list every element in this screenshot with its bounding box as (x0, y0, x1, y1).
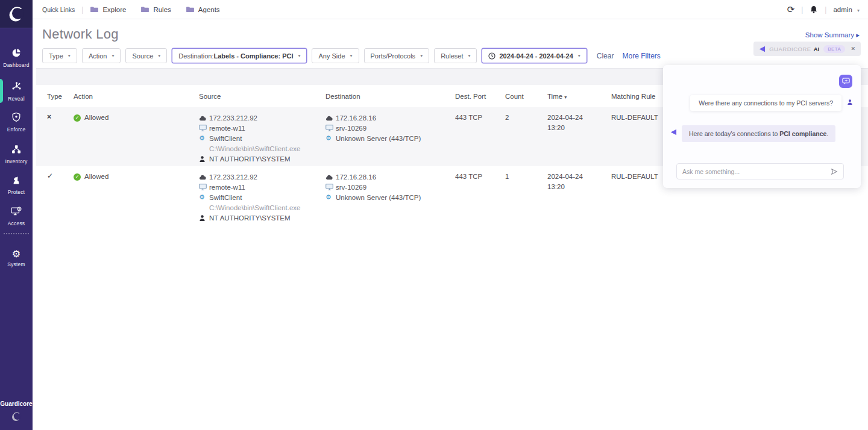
quick-links-button[interactable]: Quick Links (42, 6, 75, 13)
ai-message-bubble: Here are today's connections to PCI comp… (682, 125, 835, 142)
ai-chat-panel: Were there any connections to my PCI ser… (663, 65, 861, 188)
filter-type[interactable]: Type ▾ (42, 48, 77, 63)
enforce-shield-icon (11, 112, 21, 122)
process-icon: ⚙ (326, 135, 336, 142)
user-message-row: Were there any connections to my PCI ser… (681, 95, 853, 111)
time-cell: 2024-04-24 13:20 (547, 172, 611, 226)
action-label: Allowed (84, 113, 108, 123)
protect-knight-icon (11, 175, 21, 185)
process-icon: ⚙ (326, 194, 336, 201)
time-cell: 2024-04-24 13:20 (547, 113, 611, 166)
destination-cell: 172.16.28.16 srv-10269 ⚙Unknown Server (… (326, 172, 455, 226)
host-icon (199, 184, 209, 190)
inventory-icon (11, 145, 21, 155)
filter-date-range[interactable]: 2024-04-24 - 2024-04-24 ▾ (482, 48, 587, 63)
host-icon (326, 125, 336, 131)
col-header-action[interactable]: Action (74, 93, 199, 100)
action-cell: ✓ Allowed (74, 113, 199, 123)
nav-item-rules[interactable]: Rules (140, 6, 171, 13)
filter-source[interactable]: Source ▾ (125, 48, 167, 63)
count-cell: 2 (505, 113, 547, 166)
filter-any-side[interactable]: Any Side ▾ (312, 48, 359, 63)
ai-logo-icon (759, 46, 766, 52)
guardicore-ai-pill: GUARDICORE AI BETA ✕ (753, 42, 861, 56)
process-path: C:\Winode\bin\SwiftClient.exe (209, 145, 300, 152)
sidebar-item-enforce[interactable]: Enforce (0, 112, 33, 132)
folder-icon (186, 6, 195, 13)
guardicore-logo[interactable] (0, 0, 33, 28)
host-icon (326, 184, 336, 190)
sidebar: Dashboard Reveal Enforce (0, 0, 33, 430)
divider: | (801, 5, 803, 14)
action-label: Allowed (84, 172, 108, 182)
nav-item-agents[interactable]: Agents (186, 6, 220, 13)
bell-icon[interactable] (810, 5, 818, 14)
nav-item-explore[interactable]: Explore (90, 6, 126, 13)
chevron-down-icon: ▾ (578, 53, 580, 58)
sidebar-item-protect[interactable]: Protect (0, 175, 33, 195)
access-monitor-icon (11, 207, 22, 217)
refresh-icon[interactable]: ⟳ (787, 5, 795, 14)
divider: | (825, 5, 826, 14)
guardicore-bottom-logo-icon (0, 411, 33, 425)
allowed-status-icon: ✓ (74, 114, 81, 122)
connection-type-icon: ✓ (47, 172, 74, 226)
beta-badge: BETA (823, 45, 845, 53)
chevron-down-icon: ▾ (468, 53, 470, 58)
sidebar-item-inventory[interactable]: Inventory (0, 145, 33, 164)
col-header-source[interactable]: Source (199, 93, 326, 100)
chevron-down-icon: ▾ (420, 53, 423, 58)
user-avatar-icon (847, 99, 853, 105)
send-icon[interactable] (831, 168, 838, 175)
col-header-time[interactable]: Time▾ (547, 93, 611, 100)
filter-action[interactable]: Action ▾ (82, 48, 121, 63)
user-message-bubble: Were there any connections to my PCI ser… (690, 95, 841, 111)
user-menu[interactable]: admin ▾ (833, 6, 860, 13)
sidebar-label: Protect (0, 189, 33, 195)
filter-destination[interactable]: Destination: Labels - Compliance: PCI ▾ (172, 48, 307, 63)
col-header-type[interactable]: Type (47, 93, 74, 100)
sidebar-item-access[interactable]: Access (0, 207, 33, 226)
sidebar-item-system[interactable]: ⚙ System (0, 249, 33, 267)
chevron-down-icon: ▾ (350, 53, 353, 58)
sidebar-label: Access (0, 220, 33, 226)
ai-logo-icon (670, 129, 677, 136)
chevron-down-icon: ▾ (158, 53, 160, 58)
clock-icon (488, 52, 495, 60)
cloud-icon (199, 115, 209, 121)
filter-ports-protocols[interactable]: Ports/Protocols ▾ (364, 48, 430, 63)
ai-message-row: Here are today's connections to PCI comp… (670, 125, 837, 142)
chevron-right-icon: ▸ (856, 31, 860, 39)
cloud-icon (199, 174, 209, 180)
process-path: C:\Winode\bin\SwiftClient.exe (209, 204, 300, 211)
sidebar-item-reveal[interactable]: Reveal (0, 81, 33, 102)
host-icon (199, 125, 209, 131)
col-header-count[interactable]: Count (505, 93, 547, 100)
crescent-logo-icon (7, 4, 26, 23)
close-icon[interactable]: ✕ (851, 46, 855, 52)
system-gear-icon: ⚙ (12, 249, 20, 259)
source-cell: 172.233.212.92 remote-w11 ⚙SwiftClient C… (199, 113, 326, 166)
chevron-down-icon: ▾ (857, 8, 860, 13)
sidebar-label: Enforce (0, 126, 33, 132)
col-header-dest-port[interactable]: Dest. Port (455, 93, 505, 100)
process-icon: ⚙ (199, 194, 209, 201)
source-cell: 172.233.212.92 remote-w11 ⚙SwiftClient C… (199, 172, 326, 226)
folder-icon (140, 6, 149, 13)
ai-brand-bold: AI (814, 46, 820, 52)
main-content: Network Log Show Summary ▸ Type ▾ Action… (33, 19, 868, 430)
more-filters-link[interactable]: More Filters (622, 52, 660, 60)
ai-input-container (676, 163, 844, 179)
col-header-destination[interactable]: Destination (326, 93, 455, 100)
allowed-status-icon: ✓ (74, 173, 81, 181)
new-conversation-button[interactable] (839, 75, 852, 88)
top-navigation-bar: Quick Links | Explore Rules Agents ⟳ | (33, 0, 868, 19)
show-summary-link[interactable]: Show Summary ▸ (805, 31, 860, 39)
filter-ruleset[interactable]: Ruleset ▾ (434, 48, 477, 63)
sidebar-item-dashboard[interactable]: Dashboard (0, 48, 33, 68)
clear-filters-link[interactable]: Clear (597, 52, 614, 60)
dest-port-cell: 443 TCP (455, 172, 505, 226)
chevron-down-icon: ▾ (112, 53, 114, 58)
ask-ai-input[interactable] (682, 168, 827, 175)
action-cell: ✓ Allowed (74, 172, 199, 182)
